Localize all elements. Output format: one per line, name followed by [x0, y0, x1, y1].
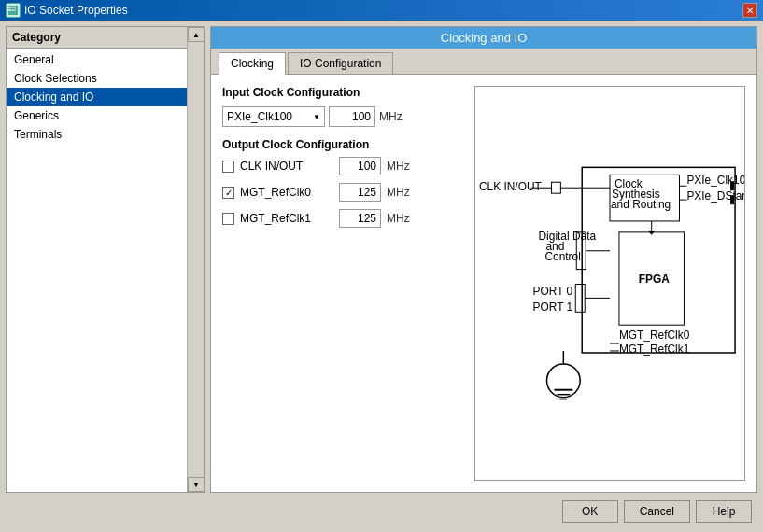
cancel-button[interactable]: Cancel [624, 500, 690, 523]
clock-select-value: PXIe_Clk100 [227, 110, 292, 123]
input-clock-freq[interactable] [329, 106, 375, 127]
tab-bar: Clocking IO Configuration [211, 49, 756, 75]
clock-row-2: MGT_RefClk1 MHz [222, 209, 465, 228]
ok-button[interactable]: OK [562, 500, 618, 523]
select-arrow-icon: ▼ [313, 113, 320, 121]
svg-rect-30 [730, 195, 734, 204]
clk-inout-checkbox[interactable] [222, 161, 234, 173]
svg-text:PORT 1: PORT 1 [533, 301, 573, 314]
clock-row-1: ✓ MGT_RefClk0 MHz [222, 183, 465, 202]
category-list: General Clock Selections Clocking and IO… [7, 49, 187, 146]
svg-text:PXIe_DStarA: PXIe_DStarA [686, 189, 744, 203]
svg-rect-16 [575, 284, 585, 312]
svg-text:PORT 0: PORT 0 [533, 285, 573, 298]
svg-text:Control: Control [544, 250, 580, 263]
app-icon [6, 3, 21, 18]
category-header: Category [7, 27, 187, 49]
svg-point-38 [546, 364, 580, 398]
sidebar-item-clocking-io[interactable]: Clocking and IO [7, 88, 187, 106]
mgt-refclk1-label: MGT_RefClk1 [240, 212, 333, 225]
svg-text:MGT_RefClk1: MGT_RefClk1 [619, 343, 690, 356]
svg-text:CLK IN/OUT: CLK IN/OUT [479, 180, 542, 193]
sidebar-item-generics[interactable]: Generics [7, 106, 187, 125]
svg-text:and Routing: and Routing [611, 198, 671, 211]
mgt-refclk1-freq[interactable] [339, 209, 381, 228]
tab-content-clocking: Input Clock Configuration PXIe_Clk100 ▼ … [211, 75, 756, 492]
clock-row-0: CLK IN/OUT MHz [222, 157, 465, 175]
right-panel-header: Clocking and IO [211, 27, 756, 49]
clocking-form: Input Clock Configuration PXIe_Clk100 ▼ … [222, 86, 465, 481]
tab-io-configuration[interactable]: IO Configuration [288, 52, 393, 74]
scroll-up-button[interactable]: ▲ [188, 27, 205, 42]
title-bar-text: IO Socket Properties [24, 4, 128, 17]
help-button[interactable]: Help [696, 500, 752, 523]
bottom-bar: OK Cancel Help [6, 493, 757, 526]
mgt-refclk0-freq[interactable] [339, 183, 381, 202]
block-diagram: CLK IN/OUT Digital Data and Control [475, 87, 744, 480]
svg-text:FPGA: FPGA [639, 273, 670, 287]
clock-select[interactable]: PXIe_Clk100 ▼ [222, 106, 325, 127]
mgt-refclk0-label: MGT_RefClk0 [240, 186, 333, 199]
input-clock-title: Input Clock Configuration [222, 86, 465, 99]
clk-inout-label: CLK IN/OUT [240, 160, 333, 173]
right-panel: Clocking and IO Clocking IO Configuratio… [210, 26, 757, 493]
mgt-refclk1-unit: MHz [387, 212, 410, 225]
svg-point-3 [8, 7, 10, 8]
svg-rect-7 [551, 182, 560, 193]
category-scrollbar[interactable]: ▲ ▼ [187, 27, 204, 492]
sidebar-item-clock-selections[interactable]: Clock Selections [7, 69, 187, 88]
close-button[interactable]: ✕ [742, 3, 757, 18]
title-bar: IO Socket Properties ✕ [0, 0, 763, 21]
svg-text:PXIe_Clk100: PXIe_Clk100 [686, 174, 744, 187]
output-clock-title: Output Clock Configuration [222, 138, 465, 151]
svg-text:MGT_RefClk0: MGT_RefClk0 [619, 329, 690, 342]
input-clock-unit: MHz [379, 110, 403, 123]
category-panel: Category General Clock Selections Clocki… [6, 26, 205, 493]
clk-inout-freq[interactable] [339, 157, 381, 175]
sidebar-item-general[interactable]: General [7, 50, 187, 69]
output-clock-section: Output Clock Configuration CLK IN/OUT MH… [222, 138, 465, 228]
mgt-refclk1-checkbox[interactable] [222, 213, 234, 225]
diagram-area: CLK IN/OUT Digital Data and Control [474, 86, 745, 481]
scroll-down-button[interactable]: ▼ [188, 477, 205, 492]
mgt-refclk0-unit: MHz [387, 186, 410, 199]
tab-clocking[interactable]: Clocking [219, 52, 286, 75]
svg-point-4 [8, 9, 10, 11]
mgt-refclk0-checkbox[interactable]: ✓ [222, 187, 234, 199]
clk-inout-unit: MHz [387, 160, 410, 173]
input-clock-row: PXIe_Clk100 ▼ MHz [222, 106, 465, 127]
checkmark-icon: ✓ [225, 188, 233, 198]
sidebar-item-terminals[interactable]: Terminals [7, 125, 187, 144]
